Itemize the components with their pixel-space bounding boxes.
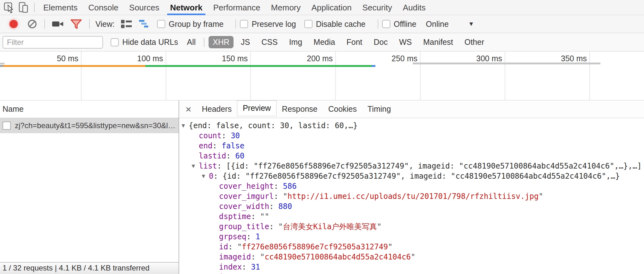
json-tree-row[interactable]: group_title: "台湾美女Kila户外唯美写真" — [179, 222, 644, 232]
filter-toggle-button[interactable] — [70, 19, 82, 29]
filter-pill-css[interactable]: CSS — [257, 36, 282, 48]
json-tree-row[interactable]: index: 31 — [179, 262, 644, 272]
record-button[interactable] — [6, 20, 21, 28]
json-segment: count — [199, 131, 222, 140]
clear-button[interactable] — [27, 19, 37, 29]
tab-network[interactable]: Network — [165, 0, 208, 15]
filter-pill-other[interactable]: Other — [460, 36, 489, 48]
tab-audits[interactable]: Audits — [398, 0, 431, 15]
request-row[interactable]: zj?ch=beauty&t1=595&listtype=new&sn=30&l… — [0, 118, 179, 133]
filter-pill-xhr[interactable]: XHR — [209, 36, 234, 48]
detail-tab-preview[interactable]: Preview — [237, 100, 276, 116]
panel-tabs: ElementsConsoleSourcesNetworkPerformance… — [38, 0, 431, 15]
timeline-gridline — [250, 51, 251, 100]
json-segment: " — [237, 242, 242, 251]
preserve-log-checkbox[interactable] — [240, 20, 248, 28]
json-segment: " — [283, 192, 287, 201]
filter-pill-manifest[interactable]: Manifest — [419, 36, 457, 48]
disclosure-triangle-icon[interactable]: ▼ — [191, 161, 199, 171]
disclosure-triangle-icon[interactable]: ▼ — [180, 121, 189, 131]
close-icon[interactable]: × — [180, 101, 197, 117]
filter-pill-media[interactable]: Media — [309, 36, 339, 48]
name-column-header[interactable]: Name — [0, 100, 179, 118]
timeline-tick-label: 350 ms — [561, 54, 587, 63]
tab-sources[interactable]: Sources — [124, 0, 165, 15]
json-tree-row[interactable]: cover_imgurl: "http://i1.umei.cc/uploads… — [179, 191, 644, 201]
json-segment: " — [260, 253, 264, 261]
device-toolbar-button[interactable] — [16, 0, 31, 15]
detail-tab-bar: × HeadersPreviewResponseCookiesTiming — [179, 100, 644, 118]
json-segment: ff276e8056f58896e7cf92505a312749 — [242, 242, 388, 251]
json-tree-row[interactable]: end: false — [179, 141, 644, 151]
large-rows-toggle[interactable] — [120, 19, 132, 29]
detail-tab-response[interactable]: Response — [276, 100, 323, 118]
json-segment: 880 — [278, 202, 292, 211]
json-tree-row[interactable]: ▼list: [{id: "ff276e8056f58896e7cf92505a… — [179, 161, 644, 171]
tab-memory[interactable]: Memory — [266, 0, 306, 15]
json-segment: : — [269, 202, 278, 211]
json-tree-row[interactable]: id: "ff276e8056f58896e7cf92505a312749" — [179, 242, 644, 252]
filter-pill-doc[interactable]: Doc — [369, 36, 392, 48]
timeline-tick-label: 250 ms — [392, 54, 417, 63]
json-tree-row[interactable]: lastid: 60 — [179, 151, 644, 161]
tab-application[interactable]: Application — [306, 0, 357, 15]
detail-tab-headers[interactable]: Headers — [197, 100, 237, 118]
json-tree-row[interactable]: count: 30 — [179, 131, 644, 141]
json-segment: dsptime — [219, 212, 251, 221]
json-segment: : — [251, 212, 260, 221]
detail-tab-timing[interactable]: Timing — [362, 100, 396, 118]
json-tree-row[interactable]: ▼{end: false, count: 30, lastid: 60,…} — [179, 121, 644, 131]
hide-data-urls-checkbox[interactable] — [111, 38, 119, 46]
overview-stalled-segment — [0, 65, 3, 67]
capture-screenshots-button[interactable] — [52, 19, 64, 29]
hide-data-urls-label: Hide data URLs — [122, 38, 178, 47]
json-tree-row[interactable]: grpseq: 1 — [179, 232, 644, 242]
json-segment: imageid — [219, 253, 251, 261]
timeline-tick-label: 150 ms — [222, 54, 248, 63]
json-tree-row[interactable]: imageid: "cc48190e57100864abc4d55a2c4104… — [179, 252, 644, 262]
offline-checkbox[interactable] — [382, 20, 390, 28]
filter-pill-font[interactable]: Font — [342, 36, 366, 48]
json-tree-row[interactable]: intro: … — [179, 272, 644, 274]
json-tree-row[interactable]: cover_width: 880 — [179, 201, 644, 211]
resource-type-filters: AllXHRJSCSSImgMediaFontDocWSManifestOthe… — [181, 36, 490, 48]
json-segment: : — [228, 242, 237, 251]
json-tree-row[interactable]: cover_height: 586 — [179, 181, 644, 191]
throttling-select[interactable]: Online ▼ — [426, 20, 474, 29]
json-tree-row[interactable]: dsptime: "" — [179, 211, 644, 222]
throttling-value: Online — [426, 20, 449, 29]
filter-bar: Hide data URLs AllXHRJSCSSImgMediaFontDo… — [0, 33, 644, 51]
request-name: zj?ch=beauty&t1=595&listtype=new&sn=30&l… — [15, 121, 175, 130]
funnel-filter-icon — [70, 19, 82, 29]
timeline-gridline — [505, 51, 505, 100]
json-segment: 60 — [235, 152, 245, 160]
toolbar-divider — [34, 3, 35, 12]
json-segment: " — [278, 222, 283, 231]
tab-performance[interactable]: Performance — [208, 0, 266, 15]
filter-pill-js[interactable]: JS — [237, 36, 254, 48]
timeline-overview[interactable]: 50 ms100 ms150 ms200 ms250 ms300 ms350 m… — [0, 51, 644, 100]
toolbar-divider — [378, 19, 378, 29]
detail-tab-cookies[interactable]: Cookies — [323, 100, 362, 118]
json-segment: list — [199, 162, 217, 170]
show-overview-toggle[interactable] — [139, 19, 150, 29]
toolbar-divider — [89, 19, 90, 29]
json-preview-tree[interactable]: ▼{end: false, count: 30, lastid: 60,…}co… — [179, 118, 644, 274]
inspect-element-button[interactable] — [2, 0, 16, 15]
json-segment: 31 — [251, 263, 260, 271]
tab-security[interactable]: Security — [357, 0, 398, 15]
group-by-frame-checkbox[interactable] — [157, 20, 165, 28]
tab-elements[interactable]: Elements — [38, 0, 83, 15]
disclosure-triangle-icon[interactable]: ▼ — [201, 171, 209, 181]
view-list-icon — [120, 19, 132, 29]
toolbar-divider — [235, 19, 236, 29]
filter-input[interactable] — [3, 36, 103, 49]
disable-cache-checkbox[interactable] — [304, 20, 313, 28]
chevron-down-icon: ▼ — [468, 21, 474, 27]
filter-pill-all[interactable]: All — [183, 36, 200, 48]
json-tree-row[interactable]: ▼0: {id: "ff276e8056f58896e7cf92505a3127… — [179, 171, 644, 181]
filter-pill-img[interactable]: Img — [285, 36, 307, 48]
tab-console[interactable]: Console — [83, 0, 124, 15]
json-segment: lastid — [199, 152, 226, 160]
filter-pill-ws[interactable]: WS — [395, 36, 416, 48]
